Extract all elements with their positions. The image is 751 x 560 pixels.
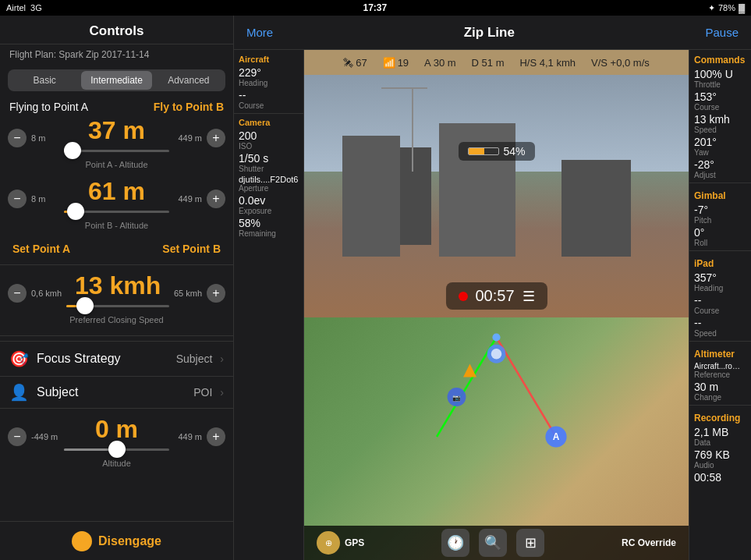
nav-title: Zip Line xyxy=(464,25,515,41)
bluetooth-icon: ✦ xyxy=(708,3,715,13)
aircraft-course-value: -- xyxy=(239,89,299,101)
tab-bar: Basic Intermediate Advanced xyxy=(8,69,225,91)
rec-dot-icon xyxy=(458,292,467,301)
speed-plus-btn[interactable]: + xyxy=(207,284,225,303)
point-b-track[interactable] xyxy=(64,204,169,219)
right-area: More Zip Line Pause Aircraft 229° Headin… xyxy=(234,16,751,560)
set-point-b-btn[interactable]: Set Point B xyxy=(162,243,221,255)
aircraft-course-row: -- Course xyxy=(234,88,303,111)
tab-basic[interactable]: Basic xyxy=(9,71,80,90)
gps-label: GPS xyxy=(345,537,364,548)
ipad-title: iPad xyxy=(689,253,751,271)
subject-label: Subject xyxy=(37,385,186,399)
ipad-speed-label: Speed xyxy=(694,329,746,338)
point-a-value: 37 m xyxy=(64,118,169,143)
altitude-min: -449 m xyxy=(31,432,59,441)
disengage-label: Disengage xyxy=(98,534,161,548)
rec-menu-icon[interactable]: ☰ xyxy=(523,288,535,305)
status-bar: Airtel 3G 17:37 ✦ 78% ▓ xyxy=(0,0,751,16)
disengage-button[interactable]: ✈ Disengage xyxy=(72,531,161,551)
point-b-minus-btn[interactable]: − xyxy=(8,190,27,208)
altitude-plus-btn[interactable]: + xyxy=(207,427,225,446)
tab-intermediate[interactable]: Intermediate xyxy=(81,71,151,90)
point-a-track[interactable] xyxy=(64,143,169,158)
commands-speed-value: 13 kmh xyxy=(694,113,746,126)
network-label: 3G xyxy=(30,3,42,12)
map-tools-btn-2[interactable]: 🔍 xyxy=(479,529,507,557)
battery-bar xyxy=(467,147,498,155)
fly-to-point-b-btn[interactable]: Fly to Point B xyxy=(154,101,224,113)
altitude-track[interactable] xyxy=(64,441,169,457)
speed-minus-btn[interactable]: − xyxy=(8,284,27,303)
tab-advanced[interactable]: Advanced xyxy=(154,71,224,90)
commands-speed-label: Speed xyxy=(694,126,746,134)
point-b-max: 449 m xyxy=(174,194,202,204)
map-tool-buttons: 🕐 🔍 ⊞ xyxy=(441,529,544,557)
battery-hud: 54% xyxy=(458,142,534,161)
commands-course-label: Course xyxy=(694,103,746,112)
roll-value: 0° xyxy=(694,226,746,239)
tele-alt: A 30 m xyxy=(424,57,455,69)
gps-indicator-icon: ⊕ xyxy=(317,531,340,555)
focus-strategy-row[interactable]: 🎯 Focus Strategy Subject › xyxy=(0,341,233,376)
svg-marker-8 xyxy=(463,364,476,377)
map-tools-btn-3[interactable]: ⊞ xyxy=(516,529,544,557)
speed-slider-section: − 0,6 kmh 13 kmh 65 kmh + Preferred Clos… xyxy=(0,270,233,331)
commands-title: Commands xyxy=(689,50,751,67)
point-a-plus-btn[interactable]: + xyxy=(207,129,225,147)
telemetry-bar: 🛰 67 📶 19 A 30 m D 51 m H/S 4,1 kmh xyxy=(304,50,689,75)
tele-hspeed: H/S 4,1 kmh xyxy=(519,57,576,69)
rc-override-label: RC Override xyxy=(622,537,676,548)
aperture-row: djutils....F2Dot6 Aperture xyxy=(234,174,303,193)
shutter-label: Shutter xyxy=(239,165,299,173)
point-a-min: 8 m xyxy=(31,133,59,143)
battery-pct-value: 54% xyxy=(503,145,525,158)
ipad-heading-value: 357° xyxy=(694,271,746,284)
map-tools-btn-1[interactable]: 🕐 xyxy=(441,529,469,557)
pause-button[interactable]: Pause xyxy=(705,26,739,39)
throttle-value: 100% U xyxy=(694,68,746,80)
flight-plan-label: Flight Plan: Spark Zip 2017-11-14 xyxy=(0,44,233,65)
alt-change-label: Change xyxy=(694,393,746,402)
point-a-minus-btn[interactable]: − xyxy=(8,129,27,147)
map-toolbar: ⊕ GPS 🕐 🔍 ⊞ RC Override xyxy=(304,526,689,560)
point-b-plus-btn[interactable]: + xyxy=(207,190,225,208)
shutter-row: 1/50 s Shutter xyxy=(234,151,303,174)
pitch-row: -7° Pitch xyxy=(689,203,751,225)
exposure-label: Exposure xyxy=(239,207,299,215)
right-panel: Commands 100% U Throttle 153° Course 13 … xyxy=(689,50,751,560)
speed-track[interactable] xyxy=(66,298,169,314)
yaw-label: Yaw xyxy=(694,148,746,157)
subject-row[interactable]: 👤 Subject POI › xyxy=(0,376,233,408)
ipad-heading-label: Heading xyxy=(694,284,746,292)
iso-row: 200 ISO xyxy=(234,129,303,151)
carrier-label: Airtel xyxy=(6,3,26,12)
svg-point-9 xyxy=(492,333,500,341)
controls-title: Controls xyxy=(0,16,233,44)
ipad-heading-row: 357° Heading xyxy=(689,271,751,293)
ipad-course-row: -- Course xyxy=(689,293,751,316)
aircraft-course-label: Course xyxy=(239,101,299,110)
speed-value: 13 kmh xyxy=(66,273,169,298)
altitude-minus-btn[interactable]: − xyxy=(8,427,27,446)
tele-signal: 📶 19 xyxy=(383,57,409,69)
ipad-course-label: Course xyxy=(694,307,746,315)
vspeed-value: V/S +0,0 m/s xyxy=(591,57,650,69)
adjust-label: Adjust xyxy=(694,171,746,179)
focus-icon: 🎯 xyxy=(9,349,29,368)
point-a-slider-section: − 8 m 37 m 449 m + Point A - Altitude xyxy=(0,115,233,175)
throttle-row: 100% U Throttle xyxy=(689,67,751,90)
data-label: Data xyxy=(694,438,746,447)
adjust-value: -28° xyxy=(694,158,746,171)
status-right: ✦ 78% ▓ xyxy=(708,3,745,13)
set-point-a-btn[interactable]: Set Point A xyxy=(12,243,70,255)
roll-label: Roll xyxy=(694,239,746,247)
more-button[interactable]: More xyxy=(246,26,273,39)
sats-icon: 🛰 xyxy=(343,57,353,69)
point-b-slider-section: − 8 m 61 m 449 m + Point B - Altitude xyxy=(0,175,233,236)
distance-tele-value: D 51 m xyxy=(472,57,505,69)
alt-ref-value: Aircraft...rometer xyxy=(694,362,746,370)
ipad-speed-value: -- xyxy=(694,317,746,329)
svg-text:📷: 📷 xyxy=(452,394,461,402)
aircraft-heading-row: 229° Heading xyxy=(234,66,303,88)
